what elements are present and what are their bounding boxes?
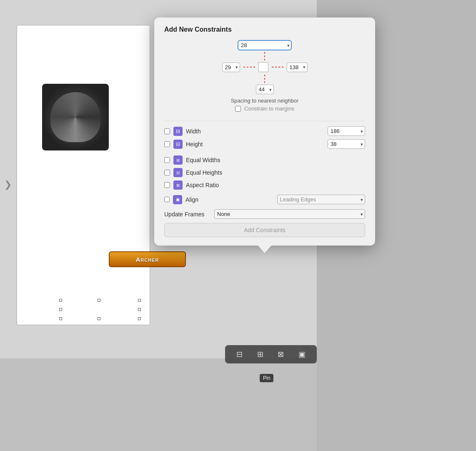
selection-handle: [59, 317, 62, 320]
popup-title: Add New Constraints: [164, 26, 365, 33]
pin-tooltip: Pin: [260, 374, 273, 382]
width-checkbox[interactable]: [164, 128, 170, 134]
bottom-spacing-wrapper: 44: [256, 85, 274, 94]
width-value-select[interactable]: 186: [328, 126, 365, 136]
selection-handle: [59, 299, 62, 302]
align-icon: ▣: [173, 195, 182, 204]
align-icon-3[interactable]: ⊠: [278, 350, 284, 359]
left-spacing-wrapper: 29: [222, 63, 240, 72]
constrain-margins-label: Constrain to margins: [244, 105, 294, 112]
add-constraints-button[interactable]: Add Constraints: [164, 223, 365, 237]
constrain-margins-checkbox[interactable]: [235, 106, 241, 112]
selection-handle: [98, 317, 100, 320]
width-label: Width: [186, 128, 328, 135]
aspect-ratio-checkbox[interactable]: [164, 182, 170, 188]
armor-image: [42, 84, 109, 150]
aspect-ratio-label: Aspect Ratio: [186, 182, 365, 188]
height-label: Height: [186, 141, 328, 148]
align-icon-2[interactable]: ⊞: [257, 350, 263, 359]
left-spacing-select[interactable]: 29: [222, 63, 240, 72]
height-checkbox[interactable]: [164, 141, 170, 147]
aspect-ratio-icon: ⊠: [173, 180, 183, 190]
top-spacing-select[interactable]: 28: [238, 40, 292, 50]
right-spacing-wrapper: 138: [287, 63, 308, 72]
align-value-select[interactable]: Leading Edges: [277, 195, 366, 204]
height-value-select[interactable]: 38: [328, 139, 365, 149]
width-value-wrapper: 186: [328, 126, 365, 136]
constrain-row: Constrain to margins: [235, 105, 294, 112]
dashed-line-left: [243, 67, 255, 68]
update-frames-row: Update Frames None: [164, 209, 365, 219]
pin-icon[interactable]: ▣: [298, 350, 306, 359]
add-constraints-popup: Add New Constraints 28 29 138: [154, 18, 375, 246]
dashed-line-bottom: [264, 75, 265, 84]
align-checkbox[interactable]: [164, 197, 170, 202]
equal-widths-checkbox[interactable]: [164, 157, 170, 163]
right-spacing-select[interactable]: 138: [287, 63, 308, 72]
selection-handle: [138, 299, 141, 302]
update-frames-wrapper: None: [214, 209, 365, 219]
width-icon: ⊟: [173, 127, 183, 136]
align-value-wrapper: Leading Edges: [277, 195, 366, 204]
align-label: Align: [185, 196, 274, 203]
align-row: ▣ Align Leading Edges: [164, 195, 365, 204]
top-spacing-wrapper: 28: [238, 40, 292, 50]
dashed-line-top: [264, 52, 265, 61]
aspect-ratio-row: ⊠ Aspect Ratio: [164, 180, 365, 190]
height-row: ⊟ Height 38: [164, 139, 365, 149]
selection-handle: [138, 308, 141, 311]
align-icon-1[interactable]: ⊟: [236, 350, 243, 359]
bottom-toolbar: ⊟ ⊞ ⊠ ▣: [225, 345, 317, 363]
equal-heights-row: ⊟ Equal Heights: [164, 168, 365, 177]
equal-heights-icon: ⊟: [173, 168, 183, 177]
canvas-panel: Archer: [17, 25, 150, 325]
height-icon: ⊟: [173, 140, 183, 149]
width-row: ⊟ Width 186: [164, 126, 365, 136]
add-constraints-label: Add Constraints: [244, 227, 286, 233]
equal-widths-icon: ⊞: [173, 155, 183, 165]
equal-heights-checkbox[interactable]: [164, 170, 170, 175]
middle-row: 29 138: [222, 62, 308, 72]
dashed-line-right: [272, 67, 283, 68]
equal-widths-row: ⊞ Equal Widths: [164, 155, 365, 165]
archer-label: Archer: [136, 256, 159, 263]
selection-handle: [59, 308, 62, 311]
equal-widths-label: Equal Widths: [186, 157, 365, 163]
equal-heights-label: Equal Heights: [186, 169, 365, 176]
archer-button[interactable]: Archer: [109, 251, 186, 267]
spacing-label: Spacing to nearest neighbor: [231, 98, 299, 104]
height-value-wrapper: 38: [328, 139, 365, 149]
update-frames-label: Update Frames: [164, 211, 214, 218]
spacing-diagram: 28 29 138: [164, 40, 365, 118]
next-arrow[interactable]: ❯: [4, 179, 12, 190]
bottom-spacing-select[interactable]: 44: [256, 85, 274, 94]
selection-handle: [98, 299, 100, 302]
selection-handle: [138, 317, 141, 320]
constraints-section: ⊟ Width 186 ⊟ Height 38 ⊞ Equ: [164, 121, 365, 204]
pin-label: Pin: [263, 375, 270, 381]
update-frames-select[interactable]: None: [214, 209, 365, 219]
center-box: [258, 62, 268, 72]
